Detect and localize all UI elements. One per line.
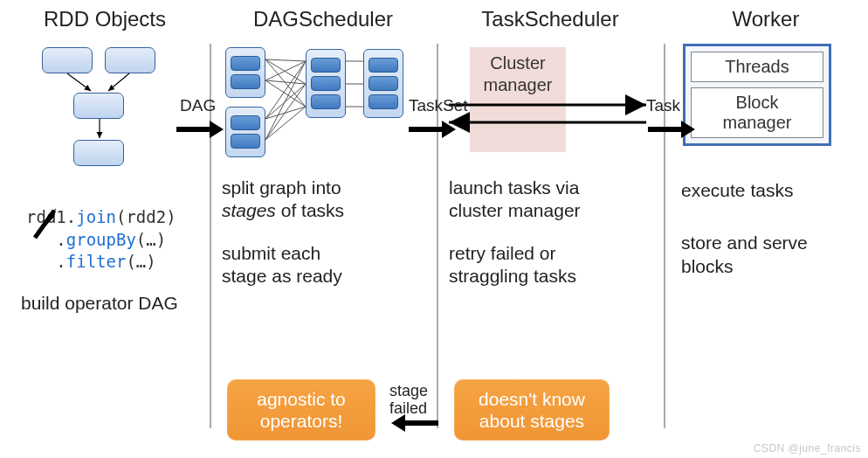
task-description-1: launch tasks via cluster manager	[449, 177, 653, 223]
arrow-right-icon	[175, 117, 227, 142]
dag-stage-box	[225, 47, 265, 98]
transition-label-dag: DAG	[180, 96, 216, 115]
svg-line-0	[67, 73, 91, 91]
header-rdd: RDD Objects	[10, 7, 199, 31]
svg-line-3	[35, 211, 54, 238]
svg-line-10	[265, 61, 306, 119]
diagram-root: RDD Objects rdd1.join(rdd2) .groupBy(…) …	[0, 0, 868, 458]
svg-line-15	[265, 107, 306, 140]
worker-description-1: execute tasks	[681, 179, 858, 202]
worker-box: Threads Block manager	[683, 44, 831, 146]
header-worker: Worker	[674, 7, 858, 31]
header-dag: DAGScheduler	[220, 7, 426, 31]
dag-stage-box	[363, 49, 403, 118]
svg-line-12	[265, 107, 306, 119]
svg-line-7	[265, 61, 306, 80]
svg-line-8	[265, 80, 306, 84]
worker-description-2: store and serve blocks	[681, 232, 858, 278]
dag-description-1: split graph into stages of tasks	[222, 177, 426, 223]
svg-line-1	[108, 73, 129, 91]
rdd-caption: build operator DAG	[21, 293, 199, 314]
worker-blockmgr-box: Block manager	[691, 87, 823, 138]
column-rdd-objects: RDD Objects rdd1.join(rdd2) .groupBy(…) …	[0, 0, 210, 458]
task-description-2: retry failed or straggling tasks	[449, 242, 653, 288]
svg-line-14	[265, 84, 306, 140]
column-worker: Worker Threads Block manager execute tas…	[664, 0, 868, 458]
svg-line-6	[265, 59, 306, 107]
arrow-right-icon	[646, 117, 699, 142]
pointer-arrow-icon	[30, 199, 73, 243]
dag-stage-graph	[225, 44, 426, 157]
bidirectional-arrows-icon	[445, 94, 664, 138]
task-cluster-diagram: Cluster manager	[447, 44, 653, 157]
watermark: CSDN @june_francis	[754, 442, 861, 455]
arrow-left-icon	[388, 411, 440, 435]
callout-agnostic-operators: agnostic to operators!	[227, 379, 375, 441]
arrow-right-icon	[407, 117, 459, 142]
svg-line-9	[265, 80, 306, 107]
header-task: TaskScheduler	[447, 7, 653, 31]
dag-stage-box	[225, 107, 265, 157]
svg-line-5	[265, 59, 306, 84]
transition-label-task: Task	[646, 96, 680, 115]
transition-label-taskset: TaskSet	[409, 96, 468, 115]
svg-line-13	[265, 61, 306, 140]
callout-no-stages: doesn't know about stages	[454, 379, 610, 441]
worker-threads-box: Threads	[691, 52, 823, 82]
svg-line-4	[265, 59, 306, 61]
rdd-edges	[37, 44, 176, 184]
dag-description-2: submit each stage as ready	[222, 242, 426, 288]
dag-stage-box	[306, 49, 346, 118]
rdd-tree-diagram	[37, 44, 199, 175]
svg-line-11	[265, 84, 306, 119]
